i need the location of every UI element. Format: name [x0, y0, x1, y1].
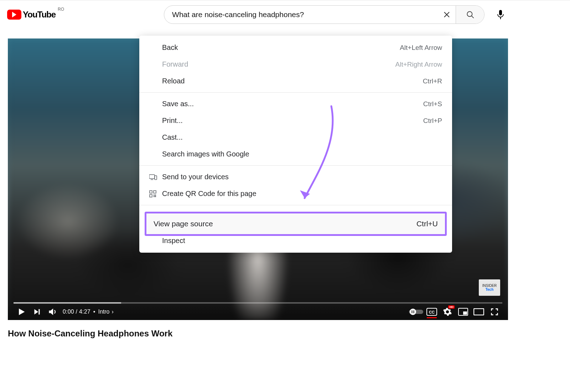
menu-item-shortcut: Alt+Left Arrow: [400, 44, 442, 52]
watermark-line2: Tech: [486, 288, 494, 292]
autoplay-toggle-icon: [409, 308, 423, 315]
menu-item-label: Print...: [162, 117, 423, 125]
menu-item-create-qr-code-for-this-page[interactable]: Create QR Code for this page: [139, 185, 452, 202]
channel-watermark[interactable]: INSIDER Tech: [479, 279, 500, 296]
theater-icon: [473, 308, 484, 315]
menu-item-save-as[interactable]: Save as...Ctrl+S: [139, 96, 452, 112]
menu-item-back[interactable]: BackAlt+Left Arrow: [139, 39, 452, 56]
video-title: How Noise-Canceling Headphones Work: [8, 329, 562, 339]
chevron-right-icon[interactable]: ›: [112, 309, 113, 315]
svg-rect-20: [154, 195, 155, 196]
search-button[interactable]: [456, 6, 484, 24]
menu-item-label: Back: [162, 43, 400, 52]
menu-item-shortcut: Ctrl+R: [423, 77, 442, 85]
menu-separator: [139, 92, 452, 93]
svg-rect-18: [154, 191, 156, 193]
region-code: RO: [58, 7, 64, 12]
autoplay-toggle[interactable]: [408, 304, 424, 320]
time-display: 0:00 / 4:27: [63, 309, 90, 315]
header: YouTube RO: [0, 0, 570, 29]
time-total: 4:27: [79, 309, 90, 315]
menu-item-cast[interactable]: Cast...: [139, 129, 452, 146]
cc-icon: CC: [426, 308, 437, 316]
voice-search-button[interactable]: [492, 6, 509, 24]
menu-item-label: Inspect: [162, 237, 442, 245]
settings-button[interactable]: HD: [440, 304, 455, 320]
menu-item-search-images-with-google[interactable]: Search images with Google: [139, 146, 452, 163]
svg-point-6: [410, 309, 416, 315]
youtube-play-icon: [7, 10, 21, 20]
svg-point-0: [467, 11, 472, 16]
svg-rect-4: [38, 309, 40, 314]
menu-item-print[interactable]: Print...Ctrl+P: [139, 112, 452, 129]
menu-item-shortcut: Ctrl+S: [423, 100, 442, 108]
svg-rect-23: [155, 195, 156, 196]
menu-separator: [139, 205, 452, 205]
menu-item-label: Search images with Google: [162, 150, 442, 158]
subtitles-button[interactable]: CC: [424, 304, 440, 320]
miniplayer-button[interactable]: [455, 304, 471, 320]
search-box: [164, 5, 484, 24]
menu-item-send-to-your-devices[interactable]: Send to your devices: [139, 169, 452, 185]
context-menu: BackAlt+Left ArrowForwardAlt+Right Arrow…: [139, 36, 452, 253]
svg-rect-22: [154, 196, 155, 197]
svg-rect-21: [155, 196, 156, 197]
svg-rect-13: [474, 309, 484, 315]
svg-rect-19: [150, 195, 152, 197]
svg-line-1: [471, 16, 473, 18]
chapter-name[interactable]: Intro: [98, 309, 109, 315]
menu-item-forward: ForwardAlt+Right Arrow: [139, 56, 452, 73]
menu-item-label: Create QR Code for this page: [162, 190, 442, 198]
menu-item-label: Reload: [162, 77, 423, 85]
svg-rect-17: [150, 191, 152, 193]
menu-item-inspect[interactable]: Inspect: [139, 232, 452, 249]
menu-item-label: Send to your devices: [162, 173, 442, 181]
miniplayer-icon: [458, 308, 468, 316]
search-icon: [466, 10, 475, 19]
watermark-line1: INSIDER: [482, 284, 497, 288]
next-icon: [32, 307, 42, 316]
menu-item-label: Save as...: [162, 100, 423, 108]
search-input[interactable]: [164, 10, 438, 19]
next-button[interactable]: [29, 304, 45, 320]
clear-search-button[interactable]: [438, 10, 456, 19]
fullscreen-icon: [490, 307, 499, 316]
youtube-wordmark: YouTube: [23, 10, 56, 20]
svg-text:CC: CC: [429, 310, 435, 314]
play-icon: [16, 307, 26, 317]
menu-item-reload[interactable]: ReloadCtrl+R: [139, 73, 452, 89]
menu-item-icon: [149, 174, 162, 180]
volume-icon: [48, 307, 58, 317]
player-controls: 0:00 / 4:27 • Intro › CC HD: [8, 304, 508, 320]
menu-item-shortcut: Ctrl+P: [423, 117, 442, 125]
menu-item-icon: [149, 190, 162, 197]
svg-rect-8: [413, 310, 414, 313]
play-button[interactable]: [14, 304, 29, 320]
svg-rect-2: [499, 10, 502, 15]
fullscreen-button[interactable]: [487, 304, 502, 320]
mute-button[interactable]: [45, 304, 61, 320]
svg-rect-14: [149, 175, 155, 179]
microphone-icon: [497, 10, 504, 20]
close-icon: [442, 10, 451, 19]
svg-rect-7: [411, 310, 413, 313]
chapter-separator: •: [93, 309, 95, 315]
svg-rect-16: [155, 176, 157, 180]
menu-item-label: Forward: [162, 60, 395, 68]
theater-mode-button[interactable]: [471, 304, 487, 320]
menu-item-label: Cast...: [162, 133, 442, 141]
time-current: 0:00: [63, 309, 74, 315]
hd-badge: HD: [448, 305, 455, 309]
logo-area[interactable]: YouTube RO: [7, 10, 64, 20]
menu-separator: [139, 165, 452, 166]
menu-item-shortcut: Alt+Right Arrow: [395, 61, 442, 68]
svg-rect-12: [463, 311, 467, 315]
menu-item-view-page-source[interactable]: [139, 208, 452, 232]
